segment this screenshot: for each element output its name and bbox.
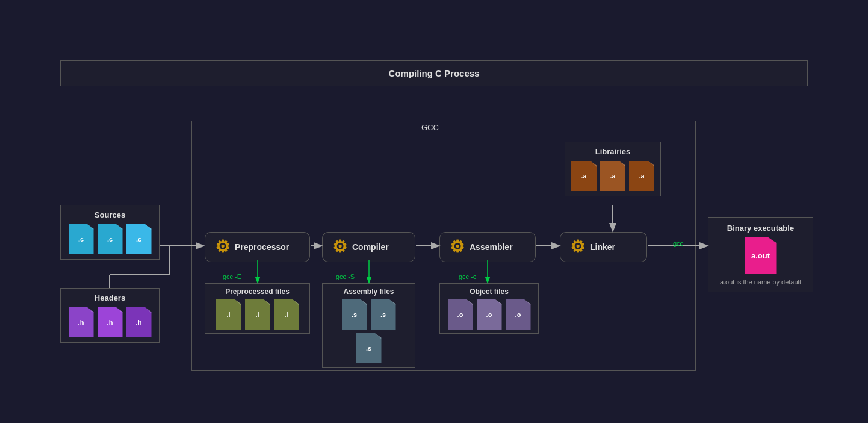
headers-files: .h .h .h (66, 307, 154, 337)
preprocessed-box: Preprocessed files .i .i .i (205, 283, 310, 334)
assembler-gear-icon: ⚙ (450, 239, 465, 255)
assembly-box: Assembly files .s .s .s (322, 283, 415, 368)
linker-label: Linker (590, 242, 615, 252)
source-file-1: .c (69, 224, 94, 254)
object-file-1: .o (448, 299, 473, 330)
main-title: Compiling C Process (60, 60, 808, 86)
lib-file-3: .a (629, 161, 654, 191)
binary-title: Binary executable (715, 224, 807, 233)
linker-box: ⚙ Linker (560, 232, 647, 262)
compiler-gear-icon: ⚙ (332, 239, 347, 255)
library-files: .a .a .a (570, 161, 656, 191)
preprocessor-gear-icon: ⚙ (215, 239, 230, 255)
headers-box: Headers .h .h .h (60, 288, 160, 343)
gcc-label-linker: gcc (673, 240, 683, 247)
preprocessor-box: ⚙ Preprocessor (205, 232, 310, 262)
gcc-e-label: gcc -E (223, 273, 241, 280)
assembly-files: .s .s .s (327, 299, 410, 363)
preprocessed-file-3: .i (274, 299, 299, 330)
assembly-file-2: .s (371, 299, 396, 330)
object-file-2: .o (477, 299, 502, 330)
lib-file-1: .a (571, 161, 597, 191)
libraries-box: Librairies .a .a .a (565, 142, 661, 196)
sources-box: Sources .c .c .c (60, 205, 160, 260)
binary-file-container: a.out (715, 237, 807, 274)
gcc-c-label: gcc -c (459, 273, 476, 280)
header-file-1: .h (69, 307, 94, 337)
headers-title: Headers (66, 293, 154, 302)
binary-box: Binary executable a.out a.out is the nam… (708, 217, 813, 292)
gcc-s-label: gcc -S (336, 273, 355, 280)
assembler-label: Assembler (470, 242, 513, 252)
binary-file: a.out (745, 237, 777, 274)
assembler-box: ⚙ Assembler (439, 232, 536, 262)
sources-title: Sources (66, 210, 154, 219)
source-file-2: .c (98, 224, 123, 254)
binary-note: a.out is the name by default (715, 278, 807, 286)
gcc-label: GCC (421, 123, 439, 132)
linker-gear-icon: ⚙ (570, 239, 585, 255)
title-text: Compiling C Process (389, 68, 480, 78)
header-file-2: .h (98, 307, 123, 337)
assembly-file-1: .s (342, 299, 367, 330)
object-box: Object files .o .o .o (439, 283, 539, 334)
lib-file-2: .a (600, 161, 625, 191)
libraries-title: Librairies (570, 147, 656, 156)
compiler-label: Compiler (352, 242, 389, 252)
sources-files: .c .c .c (66, 224, 154, 254)
preprocessed-file-1: .i (216, 299, 241, 330)
preprocessed-file-2: .i (245, 299, 270, 330)
preprocessor-label: Preprocessor (235, 242, 289, 252)
assembly-file-3: .s (356, 333, 382, 363)
preprocessed-files: .i .i .i (210, 299, 305, 330)
object-title: Object files (445, 287, 533, 296)
source-file-3: .c (126, 224, 152, 254)
assembly-title: Assembly files (327, 287, 410, 296)
compiler-box: ⚙ Compiler (322, 232, 415, 262)
header-file-3: .h (126, 307, 152, 337)
object-file-3: .o (506, 299, 531, 330)
object-files: .o .o .o (445, 299, 533, 330)
preprocessed-title: Preprocessed files (210, 287, 305, 296)
